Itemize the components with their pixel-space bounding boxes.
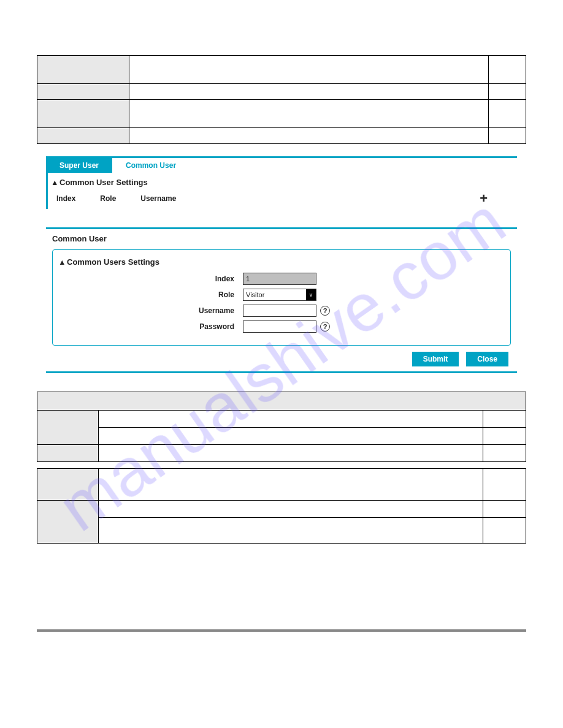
col-username: Username (140, 194, 176, 203)
common-user-tabs-panel: Super User Common User ▴Common User Sett… (46, 156, 517, 209)
tab-super-user[interactable]: Super User (46, 158, 112, 173)
submit-button[interactable]: Submit (412, 352, 459, 366)
section-header-common-users-settings[interactable]: ▴Common Users Settings (59, 255, 504, 269)
section-header-common-user-settings[interactable]: ▴Common User Settings (52, 175, 517, 189)
chevron-down-icon: v (306, 289, 316, 300)
help-icon[interactable]: ? (320, 322, 330, 332)
section-title: Common Users Settings (67, 257, 159, 267)
tab-common-user[interactable]: Common User (112, 158, 190, 173)
top-empty-table (37, 55, 526, 144)
col-index: Index (56, 194, 75, 203)
label-role: Role (59, 290, 243, 299)
label-index: Index (59, 275, 243, 283)
lower-table-2 (37, 468, 526, 544)
common-user-form-panel: Common User ▴Common Users Settings Index… (46, 227, 517, 373)
col-role: Role (100, 194, 116, 203)
role-value: Visitor (246, 291, 264, 298)
lower-table-1 (37, 392, 526, 462)
add-icon[interactable]: + (480, 191, 488, 207)
footer-divider (37, 629, 526, 632)
label-username: Username (59, 306, 243, 315)
role-select[interactable]: Visitorv (243, 289, 316, 301)
close-button[interactable]: Close (466, 352, 508, 366)
panel-header-common-user: Common User (46, 229, 517, 248)
caret-up-icon: ▴ (60, 257, 64, 267)
index-readonly: 1 (243, 273, 316, 285)
section-title: Common User Settings (59, 178, 148, 187)
help-icon[interactable]: ? (320, 306, 330, 316)
label-password: Password (59, 322, 243, 331)
caret-up-icon: ▴ (53, 178, 57, 187)
password-input[interactable] (243, 320, 316, 333)
username-input[interactable] (243, 305, 316, 317)
